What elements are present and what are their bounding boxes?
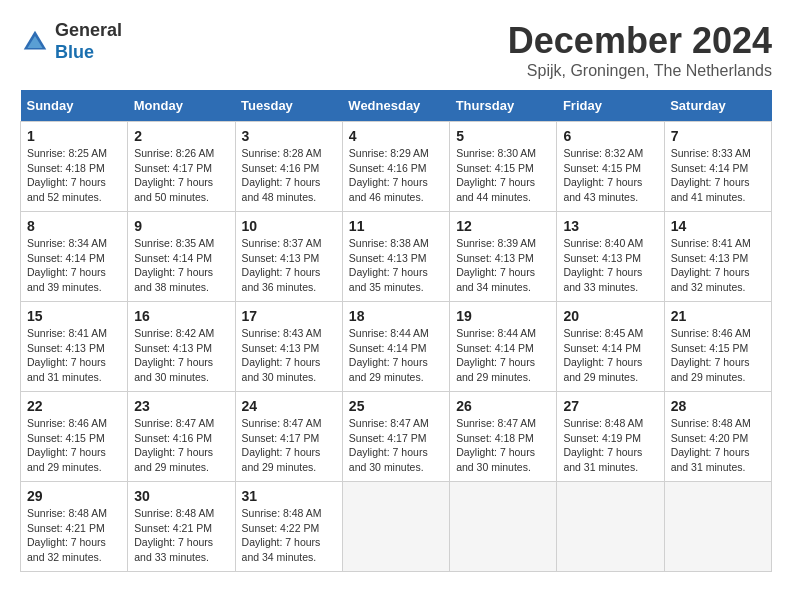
day-info: Sunrise: 8:47 AM Sunset: 4:17 PM Dayligh… [242,416,336,475]
calendar-cell: 17Sunrise: 8:43 AM Sunset: 4:13 PM Dayli… [235,302,342,392]
calendar-cell: 3Sunrise: 8:28 AM Sunset: 4:16 PM Daylig… [235,122,342,212]
calendar-cell: 9Sunrise: 8:35 AM Sunset: 4:14 PM Daylig… [128,212,235,302]
day-info: Sunrise: 8:25 AM Sunset: 4:18 PM Dayligh… [27,146,121,205]
calendar-cell: 16Sunrise: 8:42 AM Sunset: 4:13 PM Dayli… [128,302,235,392]
day-info: Sunrise: 8:26 AM Sunset: 4:17 PM Dayligh… [134,146,228,205]
calendar-cell: 23Sunrise: 8:47 AM Sunset: 4:16 PM Dayli… [128,392,235,482]
calendar-cell: 29Sunrise: 8:48 AM Sunset: 4:21 PM Dayli… [21,482,128,572]
day-info: Sunrise: 8:38 AM Sunset: 4:13 PM Dayligh… [349,236,443,295]
calendar-cell: 30Sunrise: 8:48 AM Sunset: 4:21 PM Dayli… [128,482,235,572]
calendar-cell: 6Sunrise: 8:32 AM Sunset: 4:15 PM Daylig… [557,122,664,212]
week-row-5: 29Sunrise: 8:48 AM Sunset: 4:21 PM Dayli… [21,482,772,572]
week-row-1: 1Sunrise: 8:25 AM Sunset: 4:18 PM Daylig… [21,122,772,212]
day-number: 25 [349,398,443,414]
day-number: 24 [242,398,336,414]
calendar-cell: 1Sunrise: 8:25 AM Sunset: 4:18 PM Daylig… [21,122,128,212]
day-number: 30 [134,488,228,504]
day-number: 14 [671,218,765,234]
logo-icon [20,27,50,57]
header-saturday: Saturday [664,90,771,122]
calendar-cell: 11Sunrise: 8:38 AM Sunset: 4:13 PM Dayli… [342,212,449,302]
calendar-cell: 31Sunrise: 8:48 AM Sunset: 4:22 PM Dayli… [235,482,342,572]
day-info: Sunrise: 8:32 AM Sunset: 4:15 PM Dayligh… [563,146,657,205]
page-container: General Blue December 2024 Spijk, Gronin… [20,20,772,572]
day-number: 3 [242,128,336,144]
day-info: Sunrise: 8:35 AM Sunset: 4:14 PM Dayligh… [134,236,228,295]
day-info: Sunrise: 8:48 AM Sunset: 4:21 PM Dayligh… [134,506,228,565]
day-number: 31 [242,488,336,504]
day-number: 16 [134,308,228,324]
day-info: Sunrise: 8:29 AM Sunset: 4:16 PM Dayligh… [349,146,443,205]
day-info: Sunrise: 8:46 AM Sunset: 4:15 PM Dayligh… [671,326,765,385]
day-number: 18 [349,308,443,324]
day-number: 8 [27,218,121,234]
header-friday: Friday [557,90,664,122]
header-thursday: Thursday [450,90,557,122]
week-row-2: 8Sunrise: 8:34 AM Sunset: 4:14 PM Daylig… [21,212,772,302]
calendar-cell: 10Sunrise: 8:37 AM Sunset: 4:13 PM Dayli… [235,212,342,302]
logo-general: General [55,20,122,42]
calendar-cell: 18Sunrise: 8:44 AM Sunset: 4:14 PM Dayli… [342,302,449,392]
day-info: Sunrise: 8:42 AM Sunset: 4:13 PM Dayligh… [134,326,228,385]
calendar-cell: 20Sunrise: 8:45 AM Sunset: 4:14 PM Dayli… [557,302,664,392]
day-info: Sunrise: 8:37 AM Sunset: 4:13 PM Dayligh… [242,236,336,295]
day-number: 12 [456,218,550,234]
logo-blue: Blue [55,42,122,64]
calendar-cell: 13Sunrise: 8:40 AM Sunset: 4:13 PM Dayli… [557,212,664,302]
day-number: 7 [671,128,765,144]
day-number: 22 [27,398,121,414]
day-info: Sunrise: 8:47 AM Sunset: 4:16 PM Dayligh… [134,416,228,475]
day-number: 13 [563,218,657,234]
day-info: Sunrise: 8:48 AM Sunset: 4:20 PM Dayligh… [671,416,765,475]
title-section: December 2024 Spijk, Groningen, The Neth… [508,20,772,80]
calendar-cell: 27Sunrise: 8:48 AM Sunset: 4:19 PM Dayli… [557,392,664,482]
calendar-cell [342,482,449,572]
header: General Blue December 2024 Spijk, Gronin… [20,20,772,80]
header-sunday: Sunday [21,90,128,122]
calendar-cell: 22Sunrise: 8:46 AM Sunset: 4:15 PM Dayli… [21,392,128,482]
day-info: Sunrise: 8:46 AM Sunset: 4:15 PM Dayligh… [27,416,121,475]
header-wednesday: Wednesday [342,90,449,122]
calendar-cell: 19Sunrise: 8:44 AM Sunset: 4:14 PM Dayli… [450,302,557,392]
day-info: Sunrise: 8:28 AM Sunset: 4:16 PM Dayligh… [242,146,336,205]
day-info: Sunrise: 8:44 AM Sunset: 4:14 PM Dayligh… [456,326,550,385]
day-info: Sunrise: 8:45 AM Sunset: 4:14 PM Dayligh… [563,326,657,385]
day-info: Sunrise: 8:33 AM Sunset: 4:14 PM Dayligh… [671,146,765,205]
location: Spijk, Groningen, The Netherlands [508,62,772,80]
day-number: 10 [242,218,336,234]
calendar-cell [664,482,771,572]
week-row-4: 22Sunrise: 8:46 AM Sunset: 4:15 PM Dayli… [21,392,772,482]
day-info: Sunrise: 8:41 AM Sunset: 4:13 PM Dayligh… [27,326,121,385]
header-row: SundayMondayTuesdayWednesdayThursdayFrid… [21,90,772,122]
day-number: 6 [563,128,657,144]
day-number: 9 [134,218,228,234]
calendar-cell: 15Sunrise: 8:41 AM Sunset: 4:13 PM Dayli… [21,302,128,392]
day-number: 2 [134,128,228,144]
calendar-cell: 2Sunrise: 8:26 AM Sunset: 4:17 PM Daylig… [128,122,235,212]
calendar-cell: 4Sunrise: 8:29 AM Sunset: 4:16 PM Daylig… [342,122,449,212]
day-info: Sunrise: 8:48 AM Sunset: 4:21 PM Dayligh… [27,506,121,565]
header-monday: Monday [128,90,235,122]
day-number: 11 [349,218,443,234]
calendar-table: SundayMondayTuesdayWednesdayThursdayFrid… [20,90,772,572]
day-info: Sunrise: 8:47 AM Sunset: 4:17 PM Dayligh… [349,416,443,475]
week-row-3: 15Sunrise: 8:41 AM Sunset: 4:13 PM Dayli… [21,302,772,392]
logo-text: General Blue [55,20,122,63]
calendar-cell: 21Sunrise: 8:46 AM Sunset: 4:15 PM Dayli… [664,302,771,392]
calendar-cell: 26Sunrise: 8:47 AM Sunset: 4:18 PM Dayli… [450,392,557,482]
calendar-cell: 25Sunrise: 8:47 AM Sunset: 4:17 PM Dayli… [342,392,449,482]
day-number: 26 [456,398,550,414]
day-info: Sunrise: 8:39 AM Sunset: 4:13 PM Dayligh… [456,236,550,295]
logo: General Blue [20,20,122,63]
day-number: 20 [563,308,657,324]
month-title: December 2024 [508,20,772,62]
header-tuesday: Tuesday [235,90,342,122]
day-number: 1 [27,128,121,144]
day-info: Sunrise: 8:47 AM Sunset: 4:18 PM Dayligh… [456,416,550,475]
calendar-cell: 24Sunrise: 8:47 AM Sunset: 4:17 PM Dayli… [235,392,342,482]
calendar-cell: 28Sunrise: 8:48 AM Sunset: 4:20 PM Dayli… [664,392,771,482]
calendar-cell [450,482,557,572]
calendar-cell: 7Sunrise: 8:33 AM Sunset: 4:14 PM Daylig… [664,122,771,212]
calendar-cell: 14Sunrise: 8:41 AM Sunset: 4:13 PM Dayli… [664,212,771,302]
day-number: 4 [349,128,443,144]
